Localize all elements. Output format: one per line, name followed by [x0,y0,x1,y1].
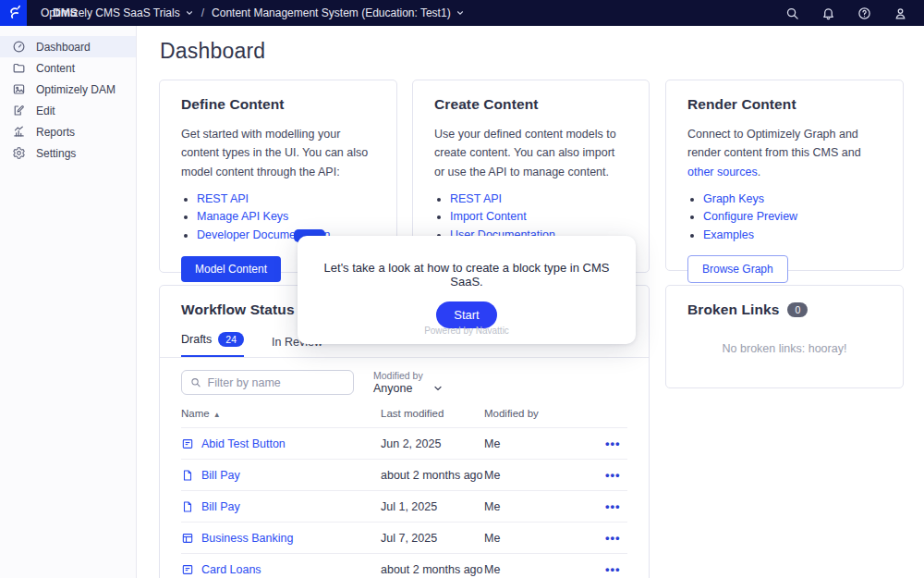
card-link-list: REST API Manage API Keys Developer Docum… [197,191,375,243]
help-icon[interactable] [852,1,876,25]
browse-graph-button[interactable]: Browse Graph [687,255,788,283]
rest-api-link[interactable]: REST API [197,192,249,205]
gear-icon [12,146,26,160]
workflow-table: Name▲ Last modified Modified by Abid Tes… [181,408,627,578]
modified-by-cell: Me [484,460,602,491]
table-row: Abid Test Button Jun 2, 2025 Me ••• [181,428,627,460]
last-modified-cell: Jul 1, 2025 [381,491,484,523]
breadcrumb-project[interactable]: Content Management System (Education: Te… [212,6,465,19]
card-title: Create Content [434,96,627,113]
card-body: Connect to Optimizely Graph and render c… [687,125,881,181]
last-modified-cell: about 2 months ago [381,554,484,578]
filter-by-name-input[interactable] [208,376,345,389]
tour-popup-message: Let's take a look at how to create a blo… [298,261,636,289]
tab-drafts[interactable]: Drafts 24 [181,332,244,357]
sidebar-item-label: Content [36,62,75,75]
card-body-text: Connect to Optimizely Graph and render c… [687,128,861,159]
card-link-list: REST API Import Content User Documentati… [450,191,627,243]
start-button[interactable]: Start [436,301,496,328]
column-header-modified-by[interactable]: Modified by [484,408,602,428]
modified-by-dropdown[interactable]: Modified by Anyone [373,370,444,395]
search-icon [190,376,201,388]
sidebar-item-settings[interactable]: Settings [0,142,136,164]
sidebar-item-label: Dashboard [36,41,91,54]
list-item: Configure Preview [703,209,881,225]
rest-api-link[interactable]: REST API [450,192,502,205]
list-item: Import Content [450,209,627,225]
row-menu-button[interactable]: ••• [602,560,625,578]
block-icon [181,437,194,450]
page-title: Dashboard [160,39,265,64]
table-row: Bill Pay Jul 1, 2025 Me ••• [181,491,627,523]
manage-api-keys-link[interactable]: Manage API Keys [197,210,288,223]
optimizely-logo[interactable] [0,0,27,26]
card-link-list: Graph Keys Configure Preview Examples [703,191,881,243]
gauge-icon [12,40,26,54]
row-menu-button[interactable]: ••• [602,529,625,547]
model-content-button[interactable]: Model Content [181,256,281,282]
column-header-last-modified[interactable]: Last modified [381,408,484,428]
sidebar: Dashboard Content Optimizely DAM Edit Re… [0,26,137,578]
row-menu-button[interactable]: ••• [602,435,625,452]
modified-by-label: Modified by [373,370,444,381]
column-header-menu [602,408,627,428]
modified-by-cell: Me [484,491,602,523]
content-item-link[interactable]: Card Loans [181,563,381,576]
sidebar-item-dashboard[interactable]: Dashboard [0,36,136,57]
broken-links-empty-text: No broken links: hooray! [687,342,881,355]
list-item: Examples [703,228,881,243]
last-modified-cell: Jun 2, 2025 [381,428,484,460]
column-header-name[interactable]: Name▲ [181,408,381,428]
search-icon[interactable] [780,1,804,25]
table-header-row: Name▲ Last modified Modified by [181,408,627,428]
modified-by-cell: Me [484,554,602,578]
card-title: Render Content [687,96,881,113]
content-item-link[interactable]: Business Banking [181,532,381,545]
sidebar-item-content[interactable]: Content [0,57,136,79]
tab-label: Drafts [181,333,212,346]
modified-by-value: Anyone [373,382,412,395]
table-row: Bill Pay about 2 months ago Me ••• [181,460,627,491]
import-content-link[interactable]: Import Content [450,210,527,223]
optimizely-logo-mark [6,5,22,21]
row-menu-button[interactable]: ••• [602,498,625,515]
card-body: Get started with modelling your content … [181,125,375,181]
row-menu-button[interactable]: ••• [602,466,625,484]
breadcrumb-org[interactable]: Optimizely CMS SaaS Trials DMS [41,6,194,19]
examples-link[interactable]: Examples [703,228,754,241]
sidebar-item-reports[interactable]: Reports [0,121,136,142]
powered-by-navattic-label: Powered by Navattic [298,326,636,336]
content-item-link[interactable]: Bill Pay [181,500,381,513]
user-icon[interactable] [888,1,912,25]
list-item: REST API [197,191,375,207]
card-body-text: . [758,166,760,178]
breadcrumb: Optimizely CMS SaaS Trials DMS / Content… [41,6,465,19]
sort-asc-icon: ▲ [213,411,221,419]
block-icon [181,563,194,576]
graph-keys-link[interactable]: Graph Keys [703,192,764,205]
broken-links-count-badge: 0 [787,302,808,317]
card-title: Define Content [181,96,375,113]
content-item-link[interactable]: Abid Test Button [181,437,381,450]
content-item-link[interactable]: Bill Pay [181,469,381,482]
drafts-count-badge: 24 [218,332,244,347]
modified-by-cell: Me [484,428,602,460]
tour-popup: Let's take a look at how to create a blo… [298,236,636,344]
breadcrumb-separator: / [201,6,204,19]
configure-preview-link[interactable]: Configure Preview [703,210,797,223]
chevron-down-icon [432,383,444,394]
render-content-card: Render Content Connect to Optimizely Gra… [665,80,904,271]
topbar-actions [780,1,924,25]
tabs-divider [160,357,649,358]
table-row: Business Banking Jul 7, 2025 Me ••• [181,523,627,554]
top-navbar: Optimizely CMS SaaS Trials DMS / Content… [0,0,924,26]
card-body: Use your defined content models to creat… [434,125,627,181]
sidebar-item-optimizely-dam[interactable]: Optimizely DAM [0,79,136,100]
bell-icon[interactable] [816,1,840,25]
breadcrumb-glitch-text: DMS [53,6,78,19]
edit-icon [12,104,26,117]
list-item: Manage API Keys [197,209,375,225]
sidebar-item-edit[interactable]: Edit [0,100,136,121]
sidebar-item-label: Optimizely DAM [36,83,116,96]
other-sources-link[interactable]: other sources [687,166,758,178]
